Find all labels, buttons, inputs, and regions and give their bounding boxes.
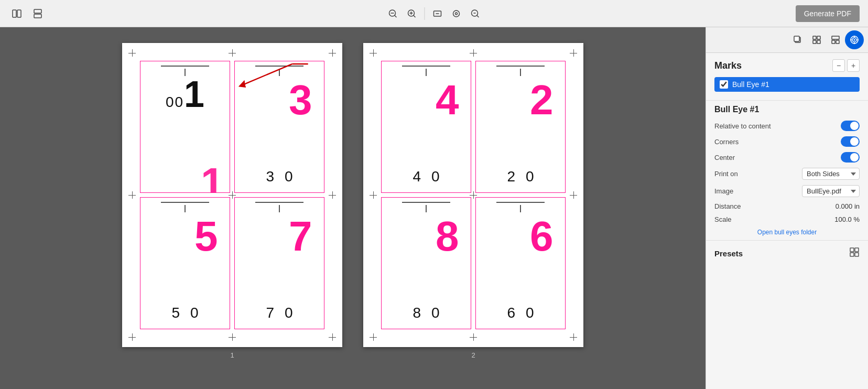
reg-mark2-tl [370, 49, 377, 57]
svg-line-10 [414, 15, 416, 17]
pages-row: 00 1 1 0 [122, 43, 583, 359]
card-7: 0 7 7 [234, 197, 324, 329]
zoom-out-icon[interactable] [385, 5, 402, 22]
mark-item-bull-eye-1[interactable]: Bull Eye #1 [714, 77, 860, 92]
svg-point-33 [854, 39, 855, 41]
card-top-bar-7 [239, 202, 320, 212]
svg-rect-29 [832, 40, 835, 44]
page-num-1: 1 [230, 351, 234, 359]
card-top-bar-3 [239, 66, 320, 76]
svg-point-14 [455, 13, 458, 15]
svg-rect-1 [17, 10, 21, 17]
presets-title: Presets [714, 249, 743, 258]
main-layout: 00 1 1 0 [0, 27, 868, 389]
card-top-bar-4 [386, 66, 466, 76]
card-big-1: 1 [184, 76, 204, 113]
page-2: 0 4 4 0 2 2 [363, 43, 583, 347]
card-seq-6b: 6 [507, 305, 515, 321]
card-seq-3b: 3 [266, 168, 274, 185]
layout-rows-icon[interactable] [8, 5, 25, 22]
prop-label-corners: Corners [714, 138, 739, 146]
zoom-in-icon[interactable] [404, 5, 420, 22]
card-seq-2: 0 [526, 168, 534, 185]
canvas-area: 00 1 1 0 [0, 27, 706, 389]
toggle-relative[interactable] [841, 121, 860, 131]
page-num-2: 2 [471, 351, 475, 359]
svg-rect-3 [34, 14, 41, 18]
card-pink-5: 5 [194, 212, 218, 261]
reg-mark-tr [329, 49, 336, 57]
page-wrapper-1: 00 1 1 0 [122, 43, 342, 359]
props-section: Bull Eye #1 Relative to content Corners … [706, 100, 868, 240]
svg-rect-25 [817, 36, 820, 39]
card-5: 0 5 5 [140, 197, 230, 329]
panel-top-icons [706, 27, 868, 53]
svg-rect-41 [855, 253, 859, 256]
prop-row-scale: Scale 100.0 % [714, 215, 860, 223]
card-1: 00 1 1 [140, 61, 230, 193]
prop-row-print-on: Print on Both Sides Front Only Back Only [714, 168, 860, 180]
reg-mark2-bc [470, 333, 477, 341]
toolbar-center [385, 5, 484, 22]
fit-width-icon[interactable] [429, 5, 446, 22]
card-line-v-3 [279, 69, 280, 76]
copy-panel-icon[interactable] [788, 30, 807, 49]
card-seq-6: 0 [526, 305, 534, 321]
prop-row-distance: Distance 0.000 in [714, 202, 860, 210]
prop-value-distance: 0.000 in [836, 202, 860, 210]
svg-rect-23 [794, 36, 799, 41]
svg-rect-27 [817, 40, 820, 44]
toggle-corners[interactable] [841, 136, 860, 147]
svg-line-6 [395, 15, 397, 17]
reg-mark2-bl [370, 333, 377, 341]
card-top-bar-8 [386, 202, 466, 212]
svg-rect-0 [13, 10, 16, 17]
card-8: 0 8 8 [381, 197, 471, 329]
card-seq-8b: 8 [413, 305, 421, 321]
svg-rect-39 [855, 248, 859, 252]
reg-mark2-mr [570, 191, 577, 199]
marks-minus-button[interactable]: − [832, 59, 845, 72]
prop-label-center: Center [714, 154, 735, 161]
fit-page-icon[interactable] [448, 5, 465, 22]
marks-header-btns: − + [832, 59, 860, 72]
marks-title: Marks [714, 60, 742, 71]
presets-section: Presets [706, 240, 868, 266]
open-bull-eyes-folder-link[interactable]: Open bull eyes folder [714, 229, 860, 236]
card-pink-6: 6 [530, 212, 554, 261]
target-panel-icon[interactable] [845, 30, 864, 49]
card-seq-5b: 5 [171, 305, 180, 321]
card-4: 0 4 4 [381, 61, 471, 193]
svg-rect-26 [813, 40, 816, 44]
card-line-h-3 [255, 66, 303, 67]
prop-value-scale: 100.0 % [834, 215, 860, 223]
prop-row-relative: Relative to content [714, 121, 860, 131]
layout-cols-icon[interactable] [29, 5, 46, 22]
svg-rect-2 [34, 9, 41, 13]
card-numbers-1: 00 1 [166, 76, 204, 193]
layout-panel-icon[interactable] [826, 30, 845, 49]
card-line-h-1 [161, 66, 209, 67]
card-pink-4: 4 [436, 76, 459, 124]
mark-checkbox-bull-eye-1[interactable] [720, 80, 728, 89]
prop-label-print-on: Print on [714, 170, 738, 178]
props-title: Bull Eye #1 [714, 105, 860, 114]
print-on-select[interactable]: Both Sides Front Only Back Only [802, 168, 860, 180]
generate-pdf-button[interactable]: Generate PDF [796, 5, 860, 22]
mark-label-bull-eye-1: Bull Eye #1 [732, 80, 854, 89]
card-seq-2b: 2 [507, 168, 515, 185]
presets-grid-icon[interactable] [849, 247, 860, 260]
marks-plus-button[interactable]: + [847, 59, 860, 72]
svg-rect-28 [832, 36, 839, 39]
grid-panel-icon[interactable] [807, 30, 826, 49]
toolbar-left [8, 5, 46, 22]
card-pink-8: 8 [436, 212, 459, 261]
image-select[interactable]: BullEye.pdf [802, 185, 860, 197]
reg-mark-br [329, 333, 336, 341]
card-line-v-7 [279, 205, 280, 212]
toolbar: Generate PDF [0, 0, 868, 27]
page-1: 00 1 1 0 [122, 43, 342, 347]
card-top-bar-6 [480, 202, 561, 212]
zoom-actual-icon[interactable] [467, 5, 484, 22]
toggle-center[interactable] [841, 152, 860, 163]
